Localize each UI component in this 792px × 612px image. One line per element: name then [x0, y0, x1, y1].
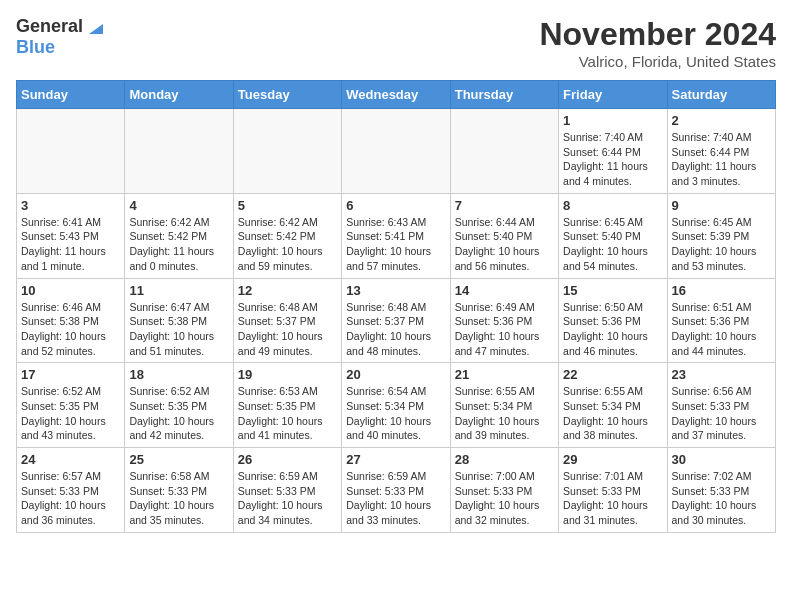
- logo-general: General: [16, 16, 83, 37]
- day-number: 20: [346, 367, 445, 382]
- day-number: 15: [563, 283, 662, 298]
- calendar-cell: 22Sunrise: 6:55 AM Sunset: 5:34 PM Dayli…: [559, 363, 667, 448]
- day-number: 26: [238, 452, 337, 467]
- calendar-cell: 26Sunrise: 6:59 AM Sunset: 5:33 PM Dayli…: [233, 448, 341, 533]
- calendar-cell: 6Sunrise: 6:43 AM Sunset: 5:41 PM Daylig…: [342, 193, 450, 278]
- calendar-cell: 5Sunrise: 6:42 AM Sunset: 5:42 PM Daylig…: [233, 193, 341, 278]
- calendar-cell: [233, 109, 341, 194]
- day-number: 28: [455, 452, 554, 467]
- day-number: 13: [346, 283, 445, 298]
- day-number: 22: [563, 367, 662, 382]
- day-info: Sunrise: 6:57 AM Sunset: 5:33 PM Dayligh…: [21, 469, 120, 528]
- day-info: Sunrise: 6:55 AM Sunset: 5:34 PM Dayligh…: [563, 384, 662, 443]
- day-number: 6: [346, 198, 445, 213]
- day-number: 2: [672, 113, 771, 128]
- day-number: 8: [563, 198, 662, 213]
- calendar-cell: 28Sunrise: 7:00 AM Sunset: 5:33 PM Dayli…: [450, 448, 558, 533]
- calendar-table: SundayMondayTuesdayWednesdayThursdayFrid…: [16, 80, 776, 533]
- day-info: Sunrise: 6:47 AM Sunset: 5:38 PM Dayligh…: [129, 300, 228, 359]
- calendar-cell: 21Sunrise: 6:55 AM Sunset: 5:34 PM Dayli…: [450, 363, 558, 448]
- calendar-cell: 14Sunrise: 6:49 AM Sunset: 5:36 PM Dayli…: [450, 278, 558, 363]
- calendar-cell: 13Sunrise: 6:48 AM Sunset: 5:37 PM Dayli…: [342, 278, 450, 363]
- calendar-cell: 17Sunrise: 6:52 AM Sunset: 5:35 PM Dayli…: [17, 363, 125, 448]
- calendar-cell: 9Sunrise: 6:45 AM Sunset: 5:39 PM Daylig…: [667, 193, 775, 278]
- day-number: 11: [129, 283, 228, 298]
- calendar-cell: 1Sunrise: 7:40 AM Sunset: 6:44 PM Daylig…: [559, 109, 667, 194]
- calendar-cell: 8Sunrise: 6:45 AM Sunset: 5:40 PM Daylig…: [559, 193, 667, 278]
- calendar-cell: 18Sunrise: 6:52 AM Sunset: 5:35 PM Dayli…: [125, 363, 233, 448]
- calendar-cell: 24Sunrise: 6:57 AM Sunset: 5:33 PM Dayli…: [17, 448, 125, 533]
- weekday-header: Monday: [125, 81, 233, 109]
- location: Valrico, Florida, United States: [539, 53, 776, 70]
- calendar-cell: 19Sunrise: 6:53 AM Sunset: 5:35 PM Dayli…: [233, 363, 341, 448]
- calendar-cell: 29Sunrise: 7:01 AM Sunset: 5:33 PM Dayli…: [559, 448, 667, 533]
- day-info: Sunrise: 6:49 AM Sunset: 5:36 PM Dayligh…: [455, 300, 554, 359]
- calendar-cell: [450, 109, 558, 194]
- day-number: 3: [21, 198, 120, 213]
- day-info: Sunrise: 6:52 AM Sunset: 5:35 PM Dayligh…: [21, 384, 120, 443]
- calendar-week-row: 3Sunrise: 6:41 AM Sunset: 5:43 PM Daylig…: [17, 193, 776, 278]
- weekday-header: Wednesday: [342, 81, 450, 109]
- day-info: Sunrise: 6:44 AM Sunset: 5:40 PM Dayligh…: [455, 215, 554, 274]
- calendar-cell: 12Sunrise: 6:48 AM Sunset: 5:37 PM Dayli…: [233, 278, 341, 363]
- calendar-week-row: 10Sunrise: 6:46 AM Sunset: 5:38 PM Dayli…: [17, 278, 776, 363]
- calendar-cell: 3Sunrise: 6:41 AM Sunset: 5:43 PM Daylig…: [17, 193, 125, 278]
- day-number: 1: [563, 113, 662, 128]
- day-number: 7: [455, 198, 554, 213]
- calendar-cell: 27Sunrise: 6:59 AM Sunset: 5:33 PM Dayli…: [342, 448, 450, 533]
- day-number: 30: [672, 452, 771, 467]
- calendar-cell: 20Sunrise: 6:54 AM Sunset: 5:34 PM Dayli…: [342, 363, 450, 448]
- day-info: Sunrise: 6:56 AM Sunset: 5:33 PM Dayligh…: [672, 384, 771, 443]
- day-info: Sunrise: 7:40 AM Sunset: 6:44 PM Dayligh…: [672, 130, 771, 189]
- calendar-week-row: 1Sunrise: 7:40 AM Sunset: 6:44 PM Daylig…: [17, 109, 776, 194]
- day-info: Sunrise: 6:53 AM Sunset: 5:35 PM Dayligh…: [238, 384, 337, 443]
- day-info: Sunrise: 6:50 AM Sunset: 5:36 PM Dayligh…: [563, 300, 662, 359]
- calendar-cell: 16Sunrise: 6:51 AM Sunset: 5:36 PM Dayli…: [667, 278, 775, 363]
- logo-triangle-icon: [85, 18, 103, 36]
- day-number: 21: [455, 367, 554, 382]
- day-number: 14: [455, 283, 554, 298]
- day-number: 17: [21, 367, 120, 382]
- day-info: Sunrise: 6:46 AM Sunset: 5:38 PM Dayligh…: [21, 300, 120, 359]
- month-title: November 2024: [539, 16, 776, 53]
- day-info: Sunrise: 6:43 AM Sunset: 5:41 PM Dayligh…: [346, 215, 445, 274]
- weekday-header: Sunday: [17, 81, 125, 109]
- day-info: Sunrise: 7:02 AM Sunset: 5:33 PM Dayligh…: [672, 469, 771, 528]
- title-block: November 2024 Valrico, Florida, United S…: [539, 16, 776, 70]
- logo-blue: Blue: [16, 37, 55, 58]
- weekday-header: Friday: [559, 81, 667, 109]
- day-info: Sunrise: 6:45 AM Sunset: 5:39 PM Dayligh…: [672, 215, 771, 274]
- day-info: Sunrise: 6:59 AM Sunset: 5:33 PM Dayligh…: [238, 469, 337, 528]
- day-number: 24: [21, 452, 120, 467]
- calendar-cell: 10Sunrise: 6:46 AM Sunset: 5:38 PM Dayli…: [17, 278, 125, 363]
- weekday-header: Saturday: [667, 81, 775, 109]
- weekday-header: Tuesday: [233, 81, 341, 109]
- day-info: Sunrise: 7:01 AM Sunset: 5:33 PM Dayligh…: [563, 469, 662, 528]
- calendar-cell: [125, 109, 233, 194]
- day-number: 4: [129, 198, 228, 213]
- day-info: Sunrise: 6:52 AM Sunset: 5:35 PM Dayligh…: [129, 384, 228, 443]
- calendar-cell: 2Sunrise: 7:40 AM Sunset: 6:44 PM Daylig…: [667, 109, 775, 194]
- day-info: Sunrise: 7:00 AM Sunset: 5:33 PM Dayligh…: [455, 469, 554, 528]
- day-info: Sunrise: 6:58 AM Sunset: 5:33 PM Dayligh…: [129, 469, 228, 528]
- day-info: Sunrise: 6:59 AM Sunset: 5:33 PM Dayligh…: [346, 469, 445, 528]
- day-info: Sunrise: 6:41 AM Sunset: 5:43 PM Dayligh…: [21, 215, 120, 274]
- calendar-week-row: 17Sunrise: 6:52 AM Sunset: 5:35 PM Dayli…: [17, 363, 776, 448]
- calendar-week-row: 24Sunrise: 6:57 AM Sunset: 5:33 PM Dayli…: [17, 448, 776, 533]
- calendar-cell: 15Sunrise: 6:50 AM Sunset: 5:36 PM Dayli…: [559, 278, 667, 363]
- logo: General Blue: [16, 16, 103, 58]
- day-number: 16: [672, 283, 771, 298]
- calendar-cell: 4Sunrise: 6:42 AM Sunset: 5:42 PM Daylig…: [125, 193, 233, 278]
- calendar-header-row: SundayMondayTuesdayWednesdayThursdayFrid…: [17, 81, 776, 109]
- day-info: Sunrise: 6:42 AM Sunset: 5:42 PM Dayligh…: [129, 215, 228, 274]
- day-info: Sunrise: 6:54 AM Sunset: 5:34 PM Dayligh…: [346, 384, 445, 443]
- calendar-cell: 23Sunrise: 6:56 AM Sunset: 5:33 PM Dayli…: [667, 363, 775, 448]
- day-number: 29: [563, 452, 662, 467]
- day-number: 12: [238, 283, 337, 298]
- calendar-cell: [342, 109, 450, 194]
- weekday-header: Thursday: [450, 81, 558, 109]
- day-info: Sunrise: 6:51 AM Sunset: 5:36 PM Dayligh…: [672, 300, 771, 359]
- day-number: 25: [129, 452, 228, 467]
- calendar-cell: 30Sunrise: 7:02 AM Sunset: 5:33 PM Dayli…: [667, 448, 775, 533]
- page-header: General Blue November 2024 Valrico, Flor…: [16, 16, 776, 70]
